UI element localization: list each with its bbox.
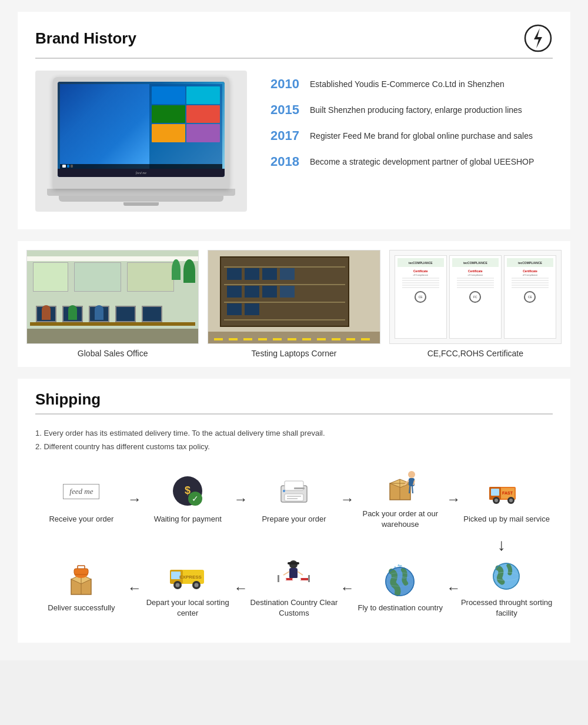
year-2015: 2015 — [270, 102, 303, 118]
cert-doc-2: tecCOMPLIANCE Certificate of Compliance … — [449, 255, 502, 339]
flow-item-facility: Processed throught sorting facility — [460, 557, 553, 619]
history-text-2017: Register Feed Me brand for global online… — [310, 128, 533, 142]
flow-item-deliver: Deliver successfully — [35, 563, 128, 613]
feedme-logo-icon: feed me — [61, 474, 102, 509]
cert-doc-3: tecCOMPLIANCE Certificate of Compliance … — [504, 255, 556, 339]
year-2018: 2018 — [270, 154, 303, 169]
shipping-note-1: 1. Every order has its estimated deliver… — [35, 426, 553, 440]
svg-rect-54 — [278, 575, 279, 582]
flow-label-payment: Waiting for payment — [154, 514, 222, 524]
history-text-2015: Built Shenzhen producing factory, enlarg… — [310, 102, 522, 116]
shipping-flow-row2: Deliver successfully ← — [35, 557, 553, 619]
gallery-caption-testing: Testing Laptops Corner — [252, 349, 337, 358]
flow-item-receive: feed me Receive your order — [35, 474, 128, 524]
svg-line-56 — [283, 572, 289, 575]
shipping-section: Shipping 1. Every order has its estimate… — [18, 379, 570, 643]
arrow-left-3: ← — [340, 580, 354, 596]
flow-item-pickup: FAST Picked up by mail service — [460, 474, 553, 524]
gallery-img-office — [26, 250, 199, 344]
arrow-left-1: ← — [128, 580, 142, 596]
history-item-2015: 2015 Built Shenzhen producing factory, e… — [270, 102, 553, 118]
svg-rect-55 — [308, 575, 310, 582]
flow-label-customs: Destination Country Clear Customs — [248, 597, 340, 619]
gallery-caption-office: Global Sales Office — [78, 349, 148, 358]
brand-history-header: Brand History — [35, 24, 553, 59]
flow-item-prepare: Prepare your order — [248, 474, 340, 524]
arrow-left-4: ← — [446, 580, 460, 596]
svg-line-22 — [412, 486, 413, 493]
lightning-icon — [523, 24, 553, 53]
cert-doc-1: tecCOMPLIANCE Certificate of Compliance … — [395, 255, 447, 339]
svg-rect-53 — [292, 578, 301, 580]
svg-rect-50 — [289, 568, 298, 579]
facility-icon — [486, 557, 527, 593]
customs-icon — [273, 557, 315, 593]
arrow-1: → — [128, 491, 142, 507]
flow-item-depart: EXPRESS Depart your local sorting center — [142, 557, 234, 619]
flow-item-customs: Destination Country Clear Customs — [248, 557, 340, 619]
gallery-item-certificate: tecCOMPLIANCE Certificate of Compliance … — [389, 250, 562, 358]
history-items: 2010 Established Youdis E-Commerce Co.Lt… — [270, 71, 553, 169]
arrow-left-2: ← — [234, 580, 248, 596]
svg-text:FAST: FAST — [502, 491, 513, 495]
flow-item-pack: Pack your order at our warehouse — [354, 469, 446, 530]
svg-point-12 — [283, 490, 285, 492]
arrow-3: → — [340, 491, 354, 507]
page-container: Brand History — [0, 0, 588, 660]
svg-rect-25 — [491, 489, 499, 496]
year-2017: 2017 — [270, 128, 303, 143]
brand-history-title: Brand History — [35, 29, 136, 48]
gallery-img-certificate: tecCOMPLIANCE Certificate of Compliance … — [389, 250, 562, 344]
flow-item-fly: Fly to destination country — [354, 563, 446, 613]
gallery-section: Global Sales Office — [18, 241, 570, 367]
svg-point-29 — [495, 499, 498, 502]
truck-icon: FAST — [486, 474, 527, 509]
flow-label-pack: Pack your order at our warehouse — [354, 509, 446, 530]
printer-icon — [273, 474, 315, 509]
flow-label-fly: Fly to destination country — [358, 603, 443, 613]
brand-history-content: feed me 2010 Established — [35, 71, 553, 212]
history-text-2018: Become a strategic development partner o… — [310, 154, 534, 168]
svg-rect-49 — [288, 562, 299, 564]
year-2010: 2010 — [270, 76, 303, 92]
svg-line-21 — [409, 486, 410, 493]
arrow-4: → — [446, 491, 460, 507]
gallery-item-office: Global Sales Office — [26, 250, 199, 358]
shipping-header: Shipping — [35, 390, 553, 415]
svg-marker-1 — [534, 28, 542, 48]
history-item-2010: 2010 Established Youdis E-Commerce Co.Lt… — [270, 76, 553, 92]
payment-icon: $ ✓ — [167, 474, 208, 509]
svg-point-17 — [408, 471, 415, 478]
svg-point-46 — [195, 583, 199, 587]
svg-rect-9 — [287, 496, 301, 497]
shipping-note-2: 2. Different country has different custo… — [35, 440, 553, 453]
arrow-2: → — [234, 491, 248, 507]
svg-point-44 — [176, 583, 180, 587]
svg-line-57 — [298, 572, 303, 575]
flow-label-facility: Processed throught sorting facility — [460, 597, 553, 619]
shipping-title: Shipping — [35, 390, 101, 409]
gallery-item-testing: Testing Laptops Corner — [208, 250, 380, 358]
flow-label-receive: Receive your order — [49, 514, 113, 524]
shipping-notes: 1. Every order has its estimated deliver… — [35, 426, 553, 454]
history-item-2018: 2018 Become a strategic development part… — [270, 154, 553, 169]
delivery-icon — [61, 563, 102, 598]
svg-text:✓: ✓ — [192, 494, 199, 503]
svg-text:EXPRESS: EXPRESS — [179, 574, 202, 580]
flow-label-depart: Depart your local sorting center — [142, 597, 234, 619]
arrow-down: ↓ — [35, 536, 553, 554]
package-icon — [380, 469, 421, 504]
globe-icon — [380, 563, 421, 598]
svg-rect-36 — [74, 569, 88, 574]
svg-rect-10 — [287, 498, 298, 499]
brand-history-section: Brand History — [18, 12, 570, 229]
flow-item-payment: $ ✓ Waiting for payment — [142, 474, 234, 524]
van-icon: EXPRESS — [167, 557, 208, 593]
laptop-image: feed me — [35, 71, 247, 212]
gallery-caption-certificate: CE,FCC,ROHS Certificate — [427, 349, 523, 358]
svg-rect-8 — [285, 494, 303, 501]
shipping-flow-row1: feed me Receive your order → $ ✓ Waiting… — [35, 469, 553, 530]
gallery-img-testing — [208, 250, 380, 344]
flow-label-prepare: Prepare your order — [262, 514, 326, 524]
svg-point-31 — [509, 499, 513, 502]
